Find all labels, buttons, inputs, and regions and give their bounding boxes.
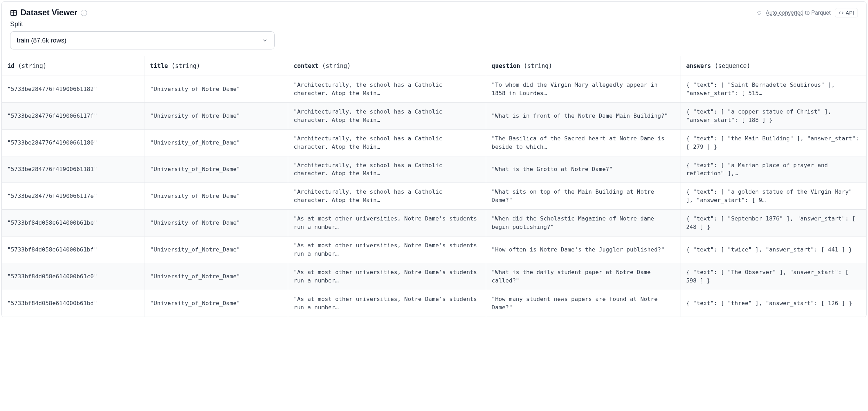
column-header-context[interactable]: context (string): [288, 56, 486, 76]
column-header-question[interactable]: question (string): [486, 56, 680, 76]
api-button-label: API: [846, 10, 854, 16]
cell-question[interactable]: "To whom did the Virgin Mary allegedly a…: [486, 76, 680, 103]
cell-context[interactable]: "Architecturally, the school has a Catho…: [288, 156, 486, 183]
cell-question[interactable]: "What is the daily student paper at Notr…: [486, 263, 680, 290]
table-row[interactable]: "5733bf84d058e614000b61bd""University_of…: [2, 290, 866, 317]
svg-rect-4: [14, 13, 16, 15]
table-row[interactable]: "5733be284776f41900661182""University_of…: [2, 76, 866, 103]
cell-title[interactable]: "University_of_Notre_Dame": [144, 263, 288, 290]
table-row[interactable]: "5733be284776f4190066117f""University_of…: [2, 102, 866, 129]
column-header-id[interactable]: id (string): [2, 56, 144, 76]
cell-question[interactable]: "What is the Grotto at Notre Dame?": [486, 156, 680, 183]
cell-title[interactable]: "University_of_Notre_Dame": [144, 183, 288, 210]
cell-title[interactable]: "University_of_Notre_Dame": [144, 236, 288, 263]
table-row[interactable]: "5733bf84d058e614000b61bf""University_of…: [2, 236, 866, 263]
svg-rect-3: [11, 13, 13, 15]
cell-context[interactable]: "Architecturally, the school has a Catho…: [288, 102, 486, 129]
table-icon: [10, 9, 17, 16]
cell-question[interactable]: "When did the Scholastic Magazine of Not…: [486, 210, 680, 236]
refresh-icon[interactable]: [757, 10, 762, 15]
cell-answers[interactable]: { "text": [ "a golden statue of the Virg…: [680, 183, 866, 210]
cell-context[interactable]: "As at most other universities, Notre Da…: [288, 290, 486, 317]
header-left: Dataset Viewer i: [10, 8, 87, 17]
svg-rect-2: [14, 11, 16, 13]
header-bar: Dataset Viewer i Auto-converted to Parqu…: [2, 2, 866, 20]
cell-title[interactable]: "University_of_Notre_Dame": [144, 210, 288, 236]
table-row[interactable]: "5733be284776f41900661181""University_of…: [2, 156, 866, 183]
cell-id[interactable]: "5733bf84d058e614000b61bd": [2, 290, 144, 317]
table-header-row: id (string) title (string) context (stri…: [2, 56, 866, 76]
auto-converted-link[interactable]: Auto-converted: [766, 10, 804, 16]
table-body: "5733be284776f41900661182""University_of…: [2, 76, 866, 317]
cell-answers[interactable]: { "text": [ "a Marian place of prayer an…: [680, 156, 866, 183]
cell-question[interactable]: "What sits on top of the Main Building a…: [486, 183, 680, 210]
cell-id[interactable]: "5733bf84d058e614000b61c0": [2, 263, 144, 290]
table-row[interactable]: "5733be284776f41900661180""University_of…: [2, 129, 866, 156]
cell-id[interactable]: "5733be284776f41900661180": [2, 129, 144, 156]
to-parquet-label: to Parquet: [804, 10, 831, 16]
cell-title[interactable]: "University_of_Notre_Dame": [144, 290, 288, 317]
table-row[interactable]: "5733bf84d058e614000b61c0""University_of…: [2, 263, 866, 290]
cell-context[interactable]: "Architecturally, the school has a Catho…: [288, 76, 486, 103]
cell-title[interactable]: "University_of_Notre_Dame": [144, 156, 288, 183]
cell-id[interactable]: "5733be284776f41900661182": [2, 76, 144, 103]
cell-answers[interactable]: { "text": [ "September 1876" ], "answer_…: [680, 210, 866, 236]
api-button[interactable]: API: [835, 8, 858, 17]
cell-answers[interactable]: { "text": [ "Saint Bernadette Soubirous"…: [680, 76, 866, 103]
dataset-viewer-panel: Dataset Viewer i Auto-converted to Parqu…: [1, 1, 867, 317]
split-selected-value: train (87.6k rows): [17, 37, 66, 44]
cell-answers[interactable]: { "text": [ "The Observer" ], "answer_st…: [680, 263, 866, 290]
cell-question[interactable]: "How many student news papers are found …: [486, 290, 680, 317]
header-right: Auto-converted to Parquet API: [757, 8, 858, 17]
cell-question[interactable]: "What is in front of the Notre Dame Main…: [486, 102, 680, 129]
split-label: Split: [10, 20, 858, 28]
cell-title[interactable]: "University_of_Notre_Dame": [144, 102, 288, 129]
cell-context[interactable]: "Architecturally, the school has a Catho…: [288, 183, 486, 210]
info-icon[interactable]: i: [81, 10, 87, 16]
column-header-title[interactable]: title (string): [144, 56, 288, 76]
table-row[interactable]: "5733bf84d058e614000b61be""University_of…: [2, 210, 866, 236]
data-table: id (string) title (string) context (stri…: [2, 56, 866, 317]
cell-question[interactable]: "The Basilica of the Sacred heart at Not…: [486, 129, 680, 156]
cell-answers[interactable]: { "text": [ "a copper statue of Christ" …: [680, 102, 866, 129]
cell-title[interactable]: "University_of_Notre_Dame": [144, 76, 288, 103]
split-dropdown[interactable]: train (87.6k rows): [10, 31, 275, 49]
cell-id[interactable]: "5733be284776f4190066117f": [2, 102, 144, 129]
auto-converted-text: Auto-converted to Parquet: [766, 10, 831, 16]
cell-answers[interactable]: { "text": [ "twice" ], "answer_start": […: [680, 236, 866, 263]
cell-answers[interactable]: { "text": [ "the Main Building" ], "answ…: [680, 129, 866, 156]
title-row: Dataset Viewer i: [10, 8, 87, 17]
cell-title[interactable]: "University_of_Notre_Dame": [144, 129, 288, 156]
cell-context[interactable]: "As at most other universities, Notre Da…: [288, 236, 486, 263]
chevron-down-icon: [262, 37, 268, 44]
cell-id[interactable]: "5733be284776f41900661181": [2, 156, 144, 183]
cell-id[interactable]: "5733bf84d058e614000b61be": [2, 210, 144, 236]
svg-rect-1: [11, 11, 13, 13]
cell-id[interactable]: "5733bf84d058e614000b61bf": [2, 236, 144, 263]
cell-question[interactable]: "How often is Notre Dame's the Juggler p…: [486, 236, 680, 263]
code-icon: [839, 10, 844, 15]
column-header-answers[interactable]: answers (sequence): [680, 56, 866, 76]
table-row[interactable]: "5733be284776f4190066117e""University_of…: [2, 183, 866, 210]
cell-context[interactable]: "Architecturally, the school has a Catho…: [288, 129, 486, 156]
cell-context[interactable]: "As at most other universities, Notre Da…: [288, 263, 486, 290]
split-section: Split train (87.6k rows): [2, 20, 866, 56]
cell-context[interactable]: "As at most other universities, Notre Da…: [288, 210, 486, 236]
cell-id[interactable]: "5733be284776f4190066117e": [2, 183, 144, 210]
page-title: Dataset Viewer: [21, 8, 77, 17]
cell-answers[interactable]: { "text": [ "three" ], "answer_start": […: [680, 290, 866, 317]
